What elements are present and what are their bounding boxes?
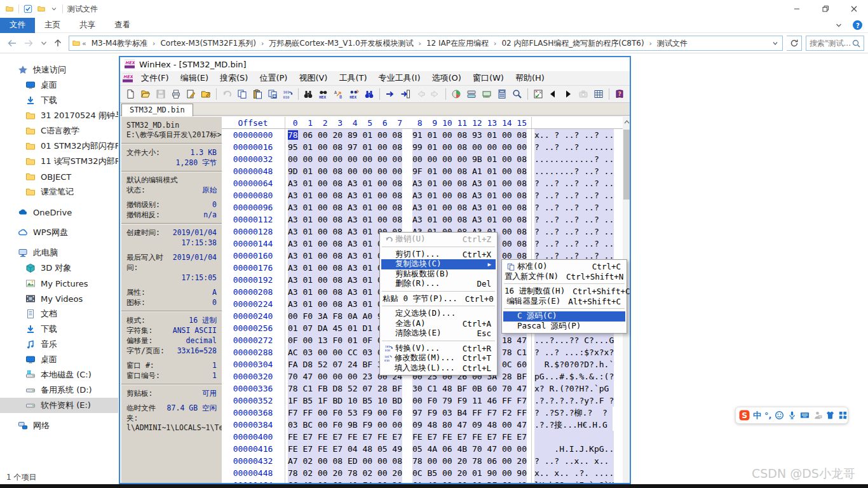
microphone-icon[interactable] [787,410,797,421]
ascii-cell[interactable]: ........? ..? .. [534,165,614,177]
sidebar-item-31-20170524-闹钟与定时[interactable]: 31 20170524 闹钟与定时 [0,108,118,123]
breadcrumb-item[interactable]: 02 内部FLASH编程_烧写新的程序(C8T6) [498,37,648,50]
breadcrumb-separator-icon[interactable]: › [417,39,423,48]
sidebar-item-桌面[interactable]: 桌面 [0,352,118,367]
sidebar-item-11-读写STM32内部ROM[interactable]: 11 读写STM32内部ROM [0,154,118,169]
hex-bytes-8-15[interactable]: 0C B5 00 20 01 90 00 90 [412,467,527,479]
hex-bytes-0-7[interactable]: 9D 01 00 08 00 00 00 00 [288,165,402,177]
hex-bytes-8-15[interactable]: 97 F9 03 B4 FF F7 F2 FF [412,407,527,419]
breadcrumb-item[interactable]: 万邦易嵌Cortex-M3_V1.0开发板模块测试 [265,37,417,50]
hex-bytes-0-7[interactable]: A3 01 00 08 A3 01 00 08 [288,214,402,226]
hex-bytes-0-7[interactable]: 78 06 00 20 89 01 00 08 [288,129,402,141]
ascii-cell[interactable]: .H.I.J.KpG.. [534,443,614,455]
menu-item-C-源码(C)[interactable]: C 源码(C) [503,311,625,322]
menu-编辑(E)[interactable]: 编辑(E) [175,71,214,85]
hex-row-00000368[interactable]: 00000368F7 FF 00 F0 53 F9 00 F097 F9 03 … [222,407,623,419]
hex-row-00000032[interactable]: 0000003200 00 00 00 00 00 00 0000 00 00 … [222,153,623,165]
search-input[interactable]: 搜索"测试... [806,36,864,51]
sidebar-item-01-STM32内部闪存FLAS[interactable]: 01 STM32内部闪存FLAS [0,139,118,154]
ascii-cell[interactable]: ? ..? ..? ..? .. [534,189,614,201]
sidebar-item-My-Videos[interactable]: My Videos [0,291,118,306]
hex-row-00000464[interactable]: 000004646C 48 00 68 40 F4 80 206A 49 08 … [222,479,623,484]
reading-mode-icon[interactable] [813,410,822,421]
ascii-cell[interactable]: lH.h@?. jI.`.?`H [534,479,614,484]
window-prev-icon[interactable] [546,87,561,102]
ribbon-tab-文件[interactable]: 文件 [0,18,35,33]
menu-工具(T)[interactable]: 工具(T) [333,71,372,85]
find-text-icon[interactable] [301,87,316,102]
menu-专业工具(I)[interactable]: 专业工具(I) [373,71,426,85]
menu-item-16-进制数值(H)[interactable]: 16 进制数值(H)Ctrl+Shift+C [503,287,625,297]
sidebar-item-文档[interactable]: 文档 [0,306,118,322]
sidebar-item-OneDrive[interactable]: OneDrive [0,205,118,220]
find-hex-icon[interactable]: HEX [316,87,331,102]
window-next-icon[interactable] [560,87,576,102]
hex-row-00000384[interactable]: 0000038403 BC 00 F0 9B F9 00 0009 48 80 … [222,419,623,431]
sidebar-item-网络[interactable]: 网络 [0,418,118,433]
hex-bytes-8-15[interactable]: A3 01 00 08 A3 01 00 08 [412,189,527,201]
ascii-cell[interactable]: ? ..? ..? ..? .. [534,226,614,238]
hex-bytes-8-15[interactable]: 09 48 80 47 09 48 00 47 [412,419,527,431]
breadcrumb-item[interactable]: Cortex-M3(STM32F1系列) [156,37,259,50]
hex-bytes-8-15[interactable]: A3 01 00 08 A3 01 00 08 [412,201,527,214]
ascii-cell[interactable]: ? ..? ...:$?x?x? [534,346,614,358]
edit-folder-icon[interactable] [198,87,214,102]
goto-offset-icon[interactable] [383,87,398,102]
hex-bytes-0-7[interactable]: A3 01 00 08 A3 01 00 08 [288,201,402,214]
ascii-cell[interactable]: R.$?0?0?D?.h.` [534,358,614,370]
up-icon[interactable] [51,37,65,50]
scroll-thumb[interactable] [623,130,630,200]
hex-bytes-8-15[interactable]: 9F 01 00 08 A1 01 00 08 [412,165,527,177]
sidebar-item-音乐[interactable]: 音乐 [0,337,118,352]
breadcrumb-item[interactable]: M3-M4教学标准 [88,37,151,50]
file-properties-icon[interactable] [184,87,199,102]
hex-bytes-0-7[interactable]: 03 BC 00 F0 9B F9 00 00 [288,419,402,431]
magnifier-icon[interactable] [510,87,525,102]
menu-选项(O)[interactable]: 选项(O) [426,71,467,85]
restore-button[interactable] [811,0,839,18]
hex-bytes-8-15[interactable]: 00 00 00 00 9B 01 00 08 [412,153,527,165]
drive-list-icon[interactable] [464,87,479,102]
sidebar-item-C语言教学[interactable]: C语言教学 [0,123,118,139]
sidebar-item-桌面[interactable]: 桌面 [0,78,118,93]
hex-row-00000448[interactable]: 0000044878 02 00 20 78 02 00 200C B5 00 … [222,467,623,479]
hex-row-00000080[interactable]: 00000080A3 01 00 08 A3 01 00 08A3 01 00 … [222,189,623,201]
ram-editor-icon[interactable] [479,87,494,102]
ascii-cell[interactable]: ............? .. [534,153,614,165]
breadcrumb-separator-icon[interactable]: › [260,39,265,48]
sidebar-item-下载[interactable]: 下载 [0,322,118,337]
calculator-icon[interactable] [494,87,510,102]
breadcrumb-separator-icon[interactable]: › [151,39,156,48]
hex-bytes-0-7[interactable]: 1F B5 1F BD 10 B5 10 BD [288,395,402,407]
breadcrumb-separator-icon[interactable]: › [492,39,498,48]
sogou-logo-icon[interactable]: S [739,410,750,421]
hex-row-00000096[interactable]: 00000096A3 01 00 08 A3 01 00 08A3 01 00 … [222,201,623,214]
hex-row-00000016[interactable]: 0000001695 01 00 08 97 01 00 0899 01 00 … [222,141,623,153]
data-interpreter-icon[interactable] [591,87,606,102]
replace-text-icon[interactable]: AB [331,87,346,102]
paste-icon[interactable] [250,87,265,102]
sidebar-item-OBJECT[interactable]: OBJECT [0,169,118,184]
menu-item-剪切(T)...[interactable]: 剪切(T)...Ctrl+X [381,250,496,260]
menu-item-转换(V)...[interactable]: 101010转换(V)...Ctrl+R [381,344,496,354]
menu-item-全选(A)[interactable]: 全选(A)Ctrl+A [381,319,496,329]
sidebar-item-WPS网盘[interactable]: WPS网盘 [0,225,118,240]
hex-row-00000336[interactable]: 0000033678 C1 FB D8 52 07 28 BF30 C1 48 … [222,383,623,395]
goto-marker-icon[interactable] [398,87,413,102]
sidebar-item-此电脑[interactable]: 此电脑 [0,245,118,261]
hex-bytes-8-15[interactable]: 30 C1 48 BF 0B 60 70 47 [412,383,527,395]
ascii-cell[interactable]: ? ..? ..? ...... [534,141,614,153]
new-file-icon[interactable] [123,87,138,102]
ascii-cell[interactable] [534,431,614,443]
sidebar-item-快速访问[interactable]: 快速访问 [0,62,118,78]
copy-block-icon[interactable] [265,87,280,102]
hex-row-00000000[interactable]: 0000000078 06 00 20 89 01 00 0891 01 00 … [222,129,623,141]
address-input[interactable]: «M3-M4教学标准›Cortex-M3(STM32F1系列)›万邦易嵌Cort… [69,36,783,51]
hex-bytes-8-15[interactable]: FE E7 FE E7 FE E7 FE E7 [412,431,527,443]
menu-item-复制选块(C)[interactable]: 复制选块(C)▶ [381,259,496,269]
hex-row-00000064[interactable]: 00000064A3 01 00 08 A3 01 00 08A3 01 00 … [222,177,623,189]
open-file-icon[interactable] [138,87,153,102]
quick-access-caret-icon[interactable] [50,5,58,13]
ascii-cell[interactable]: ? ..? ..? ..? .. [534,201,614,214]
quick-access-check-icon[interactable] [24,4,32,13]
